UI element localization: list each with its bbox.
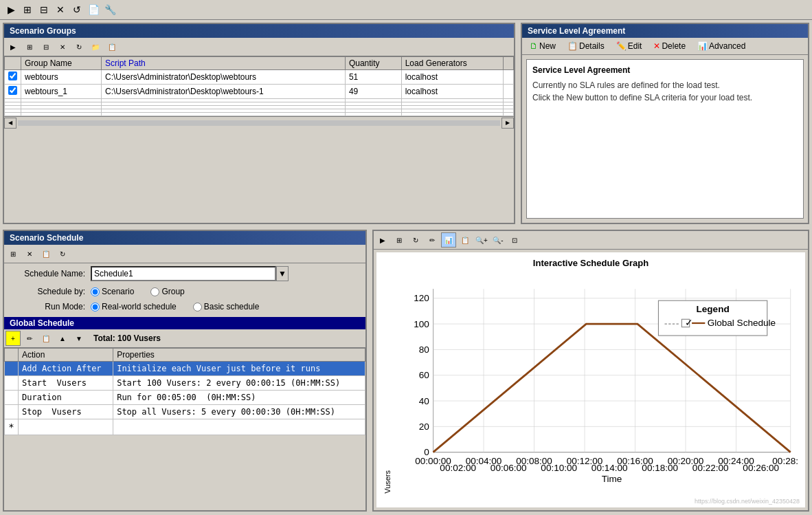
svg-text:80: 80 [419, 344, 429, 355]
gs-row-4[interactable]: Stop Vusers Stop all Vusers: 5 every 00:… [5, 405, 365, 419]
bottom-section: Scenario Schedule ⊞ ✕ 📋 ↻ Schedule Name:… [0, 227, 812, 514]
gs-row-3-action: Duration [19, 391, 113, 405]
svg-text:00:06:00: 00:06:00 [490, 463, 527, 473]
chart-btn-2[interactable]: ⊞ [392, 232, 407, 248]
sg-scroll-left[interactable]: ◀ [4, 118, 16, 129]
chart-btn-3[interactable]: ↻ [408, 232, 423, 248]
run-mode-realworld[interactable]: Real-world schedule [91, 302, 177, 311]
svg-text:Global Schedule: Global Schedule [708, 318, 776, 329]
gs-edit-btn[interactable]: ✏ [22, 331, 37, 346]
gs-col-properties: Properties [113, 349, 365, 362]
schedule-by-scenario[interactable]: Scenario [91, 287, 134, 296]
chart-plot-area: 0 20 40 60 80 100 120 00:00:00 00:04:00 … [394, 271, 798, 494]
svg-text:20: 20 [419, 421, 429, 432]
chart-toolbar: ▶ ⊞ ↻ ✏ 📊 📋 🔍+ 🔍- ⊡ [374, 231, 808, 250]
chart-zoom-out[interactable]: 🔍- [490, 232, 506, 248]
sla-advanced-btn[interactable]: 📊 Advanced [692, 39, 750, 53]
sched-delete-btn[interactable]: ✕ [22, 246, 37, 261]
advanced-icon: 📊 [697, 41, 708, 51]
svg-text:00:26:00: 00:26:00 [743, 463, 779, 473]
chart-btn-5[interactable]: 📊 [441, 232, 456, 248]
sg-copy-btn[interactable]: 📋 [104, 39, 120, 54]
chart-zoom-fit[interactable]: ⊡ [507, 232, 522, 248]
toolbar-btn-2[interactable]: ⊞ [20, 2, 35, 17]
global-schedule-section: Global Schedule + ✏ 📋 ▲ ▼ Total: 100 Vus… [4, 317, 365, 507]
toolbar-btn-6[interactable]: 📄 [86, 2, 101, 17]
chart-btn-4[interactable]: ✏ [425, 232, 440, 248]
delete-icon: ✕ [653, 41, 660, 51]
new-icon: 🗋 [530, 41, 538, 51]
gs-row-2[interactable]: Start Vusers Start 100 Vusers: 2 every 0… [5, 376, 365, 391]
sla-content-title: Service Level Agreement [532, 65, 798, 75]
chart-area: Interactive Schedule Graph Vusers [376, 252, 805, 507]
global-schedule-table-container: Action Properties Add Action After Initi… [4, 348, 365, 507]
row-extra-1 [504, 70, 514, 85]
gs-down-btn[interactable]: ▼ [71, 331, 87, 346]
sg-delete-btn[interactable]: ✕ [55, 39, 70, 54]
sg-remove-btn[interactable]: ⊟ [38, 39, 54, 54]
svg-text:100: 100 [414, 319, 429, 329]
col-group-name: Group Name [21, 57, 102, 70]
row-check-1[interactable] [5, 70, 21, 85]
gs-row-4-num [5, 405, 19, 419]
sched-refresh-btn[interactable]: ↻ [55, 246, 70, 261]
chart-btn-6[interactable]: 📋 [458, 232, 473, 248]
row-load-gen-2: localhost [401, 85, 503, 99]
sg-scroll-right[interactable]: ▶ [501, 118, 514, 129]
gs-copy-btn[interactable]: 📋 [38, 331, 54, 346]
svg-text:120: 120 [414, 294, 429, 304]
schedule-name-dropdown[interactable]: ▼ [276, 266, 289, 281]
sg-play-btn[interactable]: ▶ [5, 39, 21, 54]
svg-text:00:10:00: 00:10:00 [541, 463, 577, 473]
toolbar-btn-1[interactable]: ▶ [3, 2, 19, 17]
row-script-path-1: C:\Users\Administrator\Desktop\webtours [102, 70, 346, 85]
sg-add-btn[interactable]: ⊞ [22, 39, 37, 54]
chart-zoom-in[interactable]: 🔍+ [474, 232, 489, 248]
gs-row-1[interactable]: Add Action After Initialize each Vuser j… [5, 362, 365, 376]
svg-text:Legend: Legend [697, 304, 730, 314]
sla-details-btn[interactable]: 📋 Details [563, 39, 609, 53]
scenario-groups-title: Scenario Groups [4, 24, 514, 38]
gs-total-label: Total: 100 Vusers [93, 333, 161, 343]
sla-content: Service Level Agreement Currently no SLA… [526, 59, 804, 219]
gs-row-3[interactable]: Duration Run for 00:05:00 (0H:MM:SS) [5, 391, 365, 405]
gs-add-btn[interactable]: + [5, 331, 21, 346]
sched-copy-btn[interactable]: 📋 [38, 246, 54, 261]
sla-new-btn[interactable]: 🗋 New [525, 39, 561, 53]
table-row-empty-5 [5, 113, 514, 116]
run-mode-basic[interactable]: Basic schedule [193, 302, 260, 311]
gs-col-action: Action [19, 349, 113, 362]
scenario-schedule-panel: Scenario Schedule ⊞ ✕ 📋 ↻ Schedule Name:… [3, 230, 367, 512]
schedule-by-group[interactable]: Group [150, 287, 184, 296]
svg-text:60: 60 [419, 370, 429, 380]
global-schedule-title: Global Schedule [4, 317, 365, 329]
col-check [5, 57, 21, 70]
svg-text:Time: Time [602, 474, 622, 484]
chart-btn-1[interactable]: ▶ [375, 232, 390, 248]
sched-add-btn[interactable]: ⊞ [5, 246, 21, 261]
sg-refresh-btn[interactable]: ↻ [71, 39, 87, 54]
svg-text:00:22:00: 00:22:00 [692, 463, 729, 473]
toolbar-btn-5[interactable]: ↺ [69, 2, 84, 17]
scenario-groups-toolbar: ▶ ⊞ ⊟ ✕ ↻ 📁 📋 [4, 38, 514, 56]
gs-new-row[interactable]: * [5, 419, 365, 435]
row-script-path-2: C:\Users\Administrator\Desktop\webtours-… [102, 85, 346, 99]
schedule-by-label: Schedule by: [10, 287, 85, 296]
schedule-by-radios: Scenario Group [91, 287, 185, 296]
sla-edit-btn[interactable]: ✏️ Edit [611, 39, 647, 53]
gs-row-2-props: Start 100 Vusers: 2 every 00:00:15 (0H:M… [113, 376, 365, 391]
run-mode-label: Run Mode: [10, 302, 85, 311]
toolbar-btn-7[interactable]: 🔧 [102, 2, 117, 17]
toolbar-btn-3[interactable]: ⊟ [36, 2, 52, 17]
sla-delete-btn[interactable]: ✕ Delete [649, 39, 690, 53]
schedule-name-input[interactable] [91, 266, 276, 281]
table-row: webtours C:\Users\Administrator\Desktop\… [5, 70, 514, 85]
row-check-2[interactable] [5, 85, 21, 99]
scenario-groups-panel: Scenario Groups ▶ ⊞ ⊟ ✕ ↻ 📁 📋 Group Name… [3, 23, 515, 224]
gs-new-action [19, 419, 113, 435]
sg-folder-btn[interactable]: 📁 [88, 39, 103, 54]
gs-row-1-action: Add Action After [19, 362, 113, 376]
toolbar-btn-4[interactable]: ✕ [53, 2, 68, 17]
row-quantity-2: 49 [345, 85, 401, 99]
gs-up-btn[interactable]: ▲ [55, 331, 70, 346]
